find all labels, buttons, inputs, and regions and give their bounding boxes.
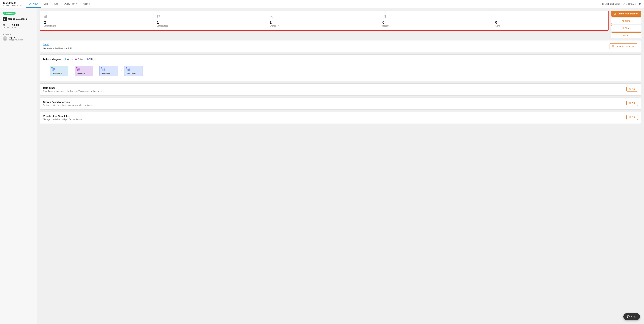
sections-container: Data Types Data Types are automatically … [40,83,641,124]
section-info-2: Visualization Templates Manage pre-defin… [43,115,83,121]
user-details: Puja A puja@knowi.com [9,37,23,41]
svg-rect-40 [129,69,130,71]
send-icon [622,20,624,22]
alert-icon [495,15,499,19]
svg-line-22 [622,28,623,29]
tab-usage[interactable]: Usage [80,0,93,8]
svg-rect-38 [127,70,128,71]
back-link[interactable]: ← Back to query listing [3,4,22,6]
section-desc-0: Data Types are automatically detected. Y… [43,90,102,92]
svg-point-4 [4,38,5,39]
svg-rect-16 [616,13,616,15]
svg-rect-36 [103,69,104,71]
new-badge: NEW [43,43,49,46]
db-icon [157,15,160,19]
svg-rect-15 [615,13,616,15]
diagram-title: Dataset diagram [43,58,62,61]
main-content: 2 Visualizations 1 Datasources 1 Shared … [37,8,644,324]
tab-overview[interactable]: Overview [26,0,41,8]
legend-dataset: Dataset [75,58,84,61]
section-desc-2: Manage pre-defined widgets for this data… [43,118,83,121]
user-email: puja@knowi.com [9,39,23,41]
diagram-header: Dataset diagram QueryDatasetWidget [43,58,638,61]
layout: Success Mongo Database 2 26 columns 10,0… [0,8,644,324]
svg-rect-39 [128,69,129,71]
tab-log[interactable]: Log [51,0,61,8]
flow-node-2[interactable]: Test data [100,66,118,76]
chat-icon [627,315,630,318]
content-area: 2 Visualizations 1 Datasources 1 Shared … [40,11,641,321]
sidebar: Success Mongo Database 2 26 columns 10,0… [0,8,37,324]
header-right: Last Dashboard Edit Query [602,3,641,5]
svg-rect-3 [602,4,602,5]
ai-panel: NEW Generate a dashboard with AI. Create… [40,40,641,52]
svg-rect-5 [44,16,45,18]
flow-node-3[interactable]: Test data 2 [124,66,143,76]
tab-bar: OverviewDataLogQuery HistoryUsage [26,0,93,8]
share-button[interactable]: Share [611,25,641,31]
flow-arrow-0: → [70,69,73,73]
create-ai-dashboard-button[interactable]: Create AI Dashboard [609,44,638,49]
svg-point-8 [157,15,160,16]
edit-icon [623,3,625,5]
node-dot [126,67,127,69]
edit-button-1[interactable]: Edit [626,101,638,106]
svg-point-20 [622,28,622,28]
header: Test data 2 ← Back to query listing Over… [0,0,644,8]
svg-point-9 [271,15,272,16]
rows-stat: 10,000 rows [12,24,20,28]
stats-panel: 2 Visualizations 1 Datasources 1 Shared … [40,11,609,31]
svg-rect-1 [603,3,604,4]
svg-rect-37 [104,69,105,71]
svg-line-23 [622,28,623,28]
flow-node-1[interactable]: Test data 2 [75,66,93,76]
last-dashboard-button[interactable]: Last Dashboard [602,3,620,5]
pencil-icon [629,116,631,118]
edit-button-2[interactable]: Edit [626,115,638,120]
chat-button[interactable]: Chat [623,313,640,320]
user-name: Puja A [9,37,23,39]
dashboard-icon [602,3,604,5]
edit-button-0[interactable]: Edit [626,87,638,92]
stat-col-reports: 0 Reports [379,15,492,27]
svg-rect-31 [53,70,54,71]
diagram-panel: Dataset diagram QueryDatasetWidget Test … [40,54,641,81]
chart-add-icon [614,13,616,15]
svg-rect-27 [612,47,613,47]
divider [3,31,34,31]
section-title-0: Data Types [43,87,102,89]
flow-node-0[interactable]: Test data 2 [50,66,68,76]
section-info-0: Data Types Data Types are automatically … [43,87,102,92]
legend-widget: Widget [87,58,96,61]
tab-data[interactable]: Data [41,0,51,8]
svg-rect-35 [102,70,103,71]
create-visualization-button[interactable]: Create Visualization [611,11,641,17]
stats-actions-row: 2 Visualizations 1 Datasources 1 Shared … [40,11,641,38]
stat-col-alerts: 0 Alerts [492,15,604,27]
tab-query-history[interactable]: Query History [61,0,80,8]
svg-rect-14 [614,14,615,15]
more-button[interactable]: More... [611,33,641,38]
title-area: Test data 2 ← Back to query listing [3,2,22,6]
section-title-2: Visualization Templates [43,115,83,118]
ai-dashboard-icon [612,45,614,48]
svg-rect-29 [54,69,55,69]
avatar [3,36,8,41]
legend-dot [87,59,88,60]
db-icon [3,17,7,21]
stat-col-shared-to: 1 Shared To [266,15,379,27]
sidebar-stats: 26 columns 10,000 rows [3,24,34,28]
svg-rect-33 [78,70,80,70]
legend-dot [65,59,66,60]
pencil-icon [629,102,631,104]
svg-rect-7 [46,15,47,18]
svg-rect-24 [612,46,613,46]
send-button[interactable]: Send [611,18,641,24]
svg-rect-28 [53,69,54,69]
svg-rect-32 [78,69,80,69]
status-badge: Success [3,12,16,15]
section-panel-2: Visualization Templates Manage pre-defin… [40,112,641,124]
edit-query-button[interactable]: Edit Query [623,3,636,5]
report-icon [382,15,386,19]
delete-button[interactable] [639,3,641,5]
